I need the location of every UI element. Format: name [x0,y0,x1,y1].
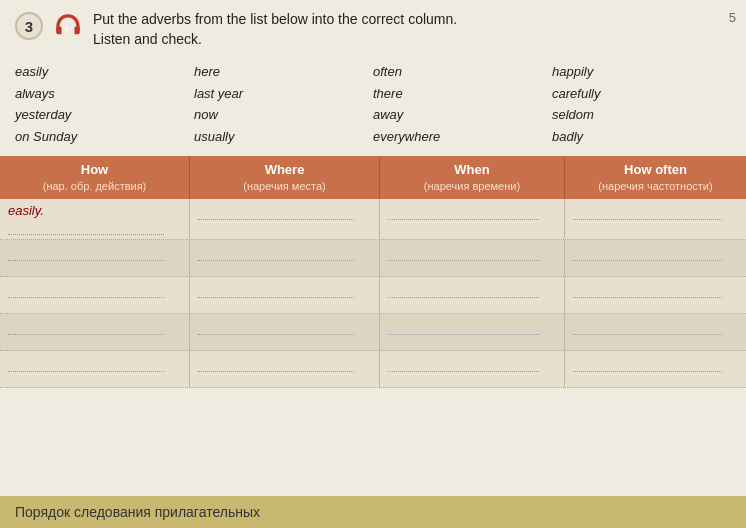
row2-col1[interactable] [0,240,190,276]
row4-col1[interactable] [0,314,190,350]
header-when-sub: (наречия времени) [388,179,556,193]
row3-col4[interactable] [565,277,746,313]
instruction-line2: Listen and check. [93,30,457,50]
list-item: usually [194,127,373,147]
row2-col2[interactable] [190,240,380,276]
list-item: now [194,105,373,125]
header-how-main: How [8,162,181,179]
list-item: here [194,62,373,82]
headphone-icon: 9 [53,12,83,38]
header-where-main: Where [198,162,371,179]
exercise-number: 3 [15,12,43,40]
bottom-text: Порядок следования прилагательных [15,504,260,520]
row4-col3[interactable] [380,314,565,350]
header-how: How (нар. обр. действия) [0,156,190,199]
list-item: seldom [552,105,731,125]
header-where-sub: (наречия места) [198,179,371,193]
row5-col3[interactable] [380,351,565,387]
bottom-bar: Порядок следования прилагательных [0,496,746,528]
row4-col2[interactable] [190,314,380,350]
row4-col4[interactable] [565,314,746,350]
table-row [0,240,746,277]
row1-col3[interactable] [380,199,565,239]
table-rows: easily. [0,199,746,388]
list-item: carefully [552,84,731,104]
list-item: there [373,84,552,104]
table-row [0,314,746,351]
list-item: away [373,105,552,125]
instruction-line1: Put the adverbs from the list below into… [93,10,457,30]
word-column-1: easily always yesterday on Sunday [15,62,194,146]
word-column-4: happily carefully seldom badly [552,62,731,146]
header-when: When (наречия времени) [380,156,565,199]
list-item: on Sunday [15,127,194,147]
page: 3 9 Put the adverbs from the list below … [0,0,746,528]
row2-col3[interactable] [380,240,565,276]
table-row [0,277,746,314]
header-how-sub: (нар. обр. действия) [8,179,181,193]
row1-col1[interactable]: easily. [0,199,190,239]
table-container: How (нар. обр. действия) Where (наречия … [0,156,746,388]
header-how-often: How often (наречия частотности) [565,156,746,199]
svg-rect-1 [75,27,80,34]
svg-rect-0 [56,27,61,34]
list-item: everywhere [373,127,552,147]
list-item: yesterday [15,105,194,125]
table-header: How (нар. обр. действия) Where (наречия … [0,156,746,199]
header-when-main: When [388,162,556,179]
list-item: easily [15,62,194,82]
top-section: 3 9 Put the adverbs from the list below … [0,0,746,57]
row3-col3[interactable] [380,277,565,313]
row3-col1[interactable] [0,277,190,313]
list-item: last year [194,84,373,104]
list-item: happily [552,62,731,82]
instruction-text: Put the adverbs from the list below into… [93,10,457,49]
page-number: 5 [729,10,736,25]
list-item: badly [552,127,731,147]
row1-col2[interactable] [190,199,380,239]
header-where: Where (наречия места) [190,156,380,199]
row5-col1[interactable] [0,351,190,387]
header-how-often-main: How often [573,162,738,179]
word-column-2: here last year now usually [194,62,373,146]
list-item: always [15,84,194,104]
row2-col4[interactable] [565,240,746,276]
row5-col2[interactable] [190,351,380,387]
svg-text:9: 9 [66,26,70,32]
word-column-3: often there away everywhere [373,62,552,146]
word-list-area: easily always yesterday on Sunday here l… [0,57,746,151]
list-item: often [373,62,552,82]
row1-col4[interactable] [565,199,746,239]
header-how-often-sub: (наречия частотности) [573,179,738,193]
table-row: easily. [0,199,746,240]
row5-col4[interactable] [565,351,746,387]
row3-col2[interactable] [190,277,380,313]
row1-col1-value: easily. [8,203,44,218]
table-row [0,351,746,388]
